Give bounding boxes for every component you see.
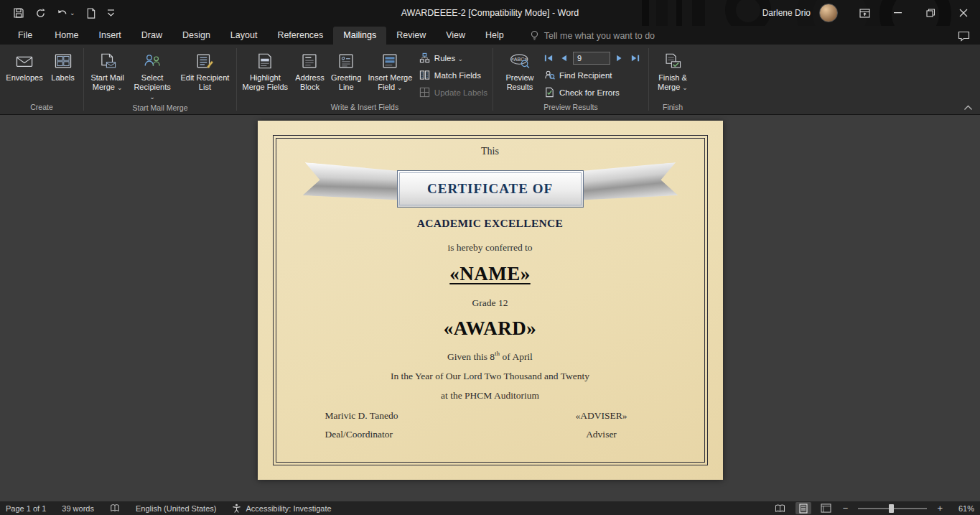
- chevron-down-icon: ⌄: [70, 9, 75, 17]
- labels-button[interactable]: Labels: [47, 48, 80, 83]
- greeting-line-icon: [337, 51, 355, 70]
- edit-recipient-list-button[interactable]: Edit Recipient List: [176, 48, 234, 92]
- signature-titles-row: Deal/Coordinator Adviser: [276, 429, 704, 440]
- check-for-errors-button[interactable]: Check for Errors: [541, 85, 642, 100]
- repeat-button[interactable]: [35, 8, 46, 19]
- tell-me-box[interactable]: Tell me what you want to do: [530, 30, 655, 45]
- accessibility-label: Accessibility: Investigate: [246, 504, 331, 513]
- tab-insert[interactable]: Insert: [89, 27, 131, 45]
- collapse-ribbon-button[interactable]: [963, 105, 973, 111]
- word-count[interactable]: 39 words: [62, 504, 94, 513]
- web-layout-button[interactable]: [818, 502, 834, 514]
- accessibility-icon: [232, 504, 241, 513]
- group-preview-results: «ABC» Preview Results: [493, 45, 648, 114]
- finish-and-merge-label: Finish & Merge ⌄: [652, 73, 694, 93]
- find-recipient-button[interactable]: Find Recipient: [541, 68, 642, 83]
- web-layout-icon: [821, 504, 831, 513]
- group-label-start-mail-merge: Start Mail Merge: [84, 102, 236, 115]
- finish-and-merge-icon: [663, 51, 682, 70]
- insert-merge-field-button[interactable]: Insert Merge Field ⌄: [365, 48, 415, 93]
- decoration-bar: [656, 0, 668, 26]
- zoom-slider-thumb[interactable]: [889, 504, 894, 513]
- last-record-button[interactable]: [628, 52, 642, 65]
- group-finish: Finish & Merge ⌄ Finish: [649, 45, 696, 114]
- tell-me-label: Tell me what you want to do: [544, 31, 655, 41]
- insert-merge-field-label: Insert Merge Field ⌄: [365, 73, 415, 93]
- next-record-button[interactable]: [612, 52, 626, 65]
- page-indicator[interactable]: Page 1 of 1: [6, 504, 46, 513]
- start-mail-merge-icon: [98, 51, 117, 70]
- tab-help[interactable]: Help: [475, 27, 514, 45]
- match-fields-button[interactable]: Match Fields: [416, 68, 490, 83]
- tab-mailings[interactable]: Mailings: [333, 27, 386, 45]
- customize-quick-access-button[interactable]: [107, 9, 115, 17]
- address-block-button[interactable]: Address Block: [293, 48, 327, 92]
- print-layout-icon: [799, 504, 808, 514]
- tab-home[interactable]: Home: [45, 27, 88, 45]
- coordinator-title: Deal/Coordinator: [325, 429, 433, 440]
- print-layout-button[interactable]: [795, 502, 811, 514]
- zoom-out-button[interactable]: −: [841, 503, 850, 514]
- labels-icon: [54, 51, 73, 70]
- comments-button[interactable]: [958, 31, 970, 42]
- year-line: In the Year of Our Lord Two Thousand and…: [276, 371, 704, 382]
- zoom-in-button[interactable]: +: [935, 503, 944, 514]
- preview-results-button[interactable]: «ABC» Preview Results: [500, 48, 540, 92]
- quick-access-toolbar: ⌄: [0, 7, 115, 19]
- user-name[interactable]: Darlene Drio: [762, 8, 811, 18]
- document-canvas[interactable]: This CERTIFICATE OF ACADEMIC EXCELLENCE …: [0, 115, 980, 501]
- zoom-level[interactable]: 61%: [951, 504, 974, 513]
- first-record-button[interactable]: [541, 52, 555, 65]
- certificate-page[interactable]: This CERTIFICATE OF ACADEMIC EXCELLENCE …: [258, 121, 723, 480]
- minimize-icon: [894, 12, 902, 14]
- undo-icon: [57, 8, 68, 18]
- adviser-merge-field[interactable]: «ADVISER»: [548, 410, 655, 422]
- tab-references[interactable]: References: [267, 27, 333, 45]
- award-merge-field[interactable]: «AWARD»: [276, 317, 704, 340]
- update-labels-button: Update Labels: [416, 85, 490, 100]
- rules-button[interactable]: Rules ⌄: [416, 50, 490, 65]
- start-mail-merge-label: Start Mail Merge ⌄: [86, 73, 129, 93]
- record-number-input[interactable]: [573, 52, 610, 65]
- decoration-bar: [676, 0, 682, 26]
- tab-file[interactable]: File: [6, 27, 45, 45]
- find-recipient-icon: [544, 70, 555, 80]
- previous-record-button[interactable]: [557, 52, 571, 65]
- certificate-outer-border: This CERTIFICATE OF ACADEMIC EXCELLENCE …: [273, 135, 708, 465]
- rules-icon: [419, 52, 430, 63]
- document-button[interactable]: [86, 8, 96, 19]
- minimize-button[interactable]: [881, 0, 914, 26]
- tab-review[interactable]: Review: [386, 27, 436, 45]
- user-avatar[interactable]: [819, 4, 838, 22]
- tab-draw[interactable]: Draw: [131, 27, 172, 45]
- close-button[interactable]: [947, 0, 980, 26]
- insert-merge-field-icon: [381, 51, 399, 70]
- tab-design[interactable]: Design: [172, 27, 220, 45]
- tab-layout[interactable]: Layout: [220, 27, 268, 45]
- save-button[interactable]: [13, 7, 24, 19]
- select-recipients-button[interactable]: Select Recipients ⌄: [130, 48, 174, 102]
- highlight-merge-fields-button[interactable]: Highlight Merge Fields: [239, 48, 291, 92]
- restore-button[interactable]: [914, 0, 947, 26]
- zoom-slider[interactable]: [858, 508, 927, 509]
- read-mode-button[interactable]: [773, 502, 788, 514]
- coordinator-name: Marivic D. Tanedo: [325, 410, 433, 422]
- edit-recipient-list-icon: [195, 51, 214, 70]
- record-navigation-row: [541, 50, 642, 65]
- ribbon-display-options-button[interactable]: [854, 0, 875, 26]
- tab-view[interactable]: View: [436, 27, 475, 45]
- envelopes-button[interactable]: Envelopes: [4, 48, 45, 83]
- labels-label: Labels: [51, 73, 74, 83]
- certificate-of-title: CERTIFICATE OF: [427, 181, 553, 197]
- proofing-status[interactable]: [110, 504, 120, 513]
- start-mail-merge-button[interactable]: Start Mail Merge ⌄: [86, 48, 129, 93]
- accessibility-status[interactable]: Accessibility: Investigate: [232, 504, 331, 513]
- finish-and-merge-button[interactable]: Finish & Merge ⌄: [652, 48, 694, 93]
- language-indicator[interactable]: English (United States): [136, 504, 217, 513]
- undo-button[interactable]: ⌄: [57, 8, 75, 18]
- certificate-this-line: This: [276, 146, 704, 157]
- collapse-ribbon-icon: [963, 105, 973, 111]
- greeting-line-button[interactable]: Greeting Line: [328, 48, 364, 92]
- name-merge-field[interactable]: «NAME»: [276, 263, 704, 285]
- update-labels-icon: [419, 87, 430, 98]
